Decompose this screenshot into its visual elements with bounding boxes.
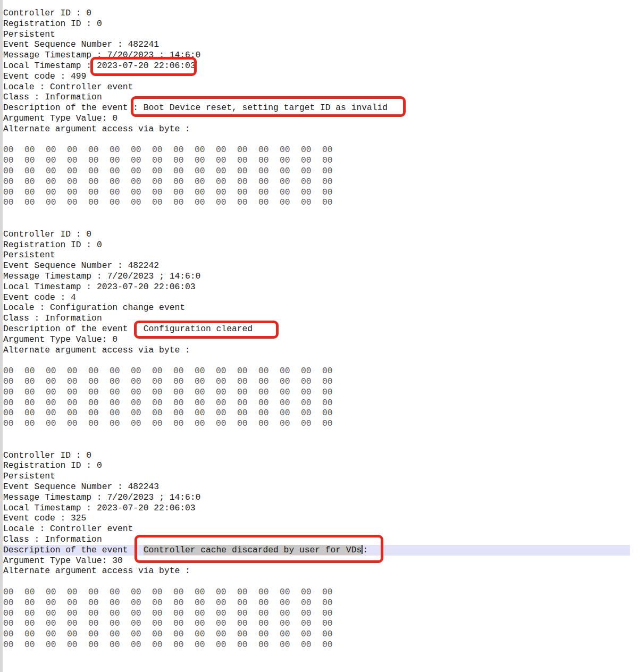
- field-label: Controller ID :: [3, 229, 86, 239]
- hex-byte: 00: [24, 398, 46, 408]
- hex-byte: 00: [173, 145, 195, 155]
- field-value: 4: [71, 292, 76, 303]
- hex-byte: 00: [110, 640, 131, 650]
- hex-byte: 00: [67, 177, 88, 187]
- annotated-field-value: 2023-07-20 22:06:03: [97, 61, 196, 71]
- hex-row: 00000000000000000000000000000000: [3, 145, 630, 155]
- field-label: Event Sequence Number :: [3, 482, 128, 492]
- hex-byte: 00: [173, 187, 195, 198]
- hex-byte: 00: [258, 376, 280, 387]
- hex-byte: 00: [173, 587, 195, 598]
- hex-byte: 00: [131, 618, 152, 629]
- hex-byte: 00: [195, 177, 216, 187]
- event-block: Controller ID : 0Registration ID : 0Pers…: [3, 8, 630, 208]
- field-value: Information: [45, 534, 102, 544]
- hex-byte: 00: [301, 166, 322, 177]
- hex-byte: 00: [3, 387, 24, 398]
- hex-byte: 00: [195, 629, 216, 640]
- field-label: Event Sequence Number :: [3, 261, 128, 271]
- event-block: Controller ID : 0Registration ID : 0Pers…: [3, 229, 630, 429]
- hex-byte: 00: [216, 598, 237, 608]
- hex-byte: 00: [195, 640, 216, 650]
- hex-byte: 00: [173, 598, 195, 608]
- hex-row: 00000000000000000000000000000000: [3, 376, 630, 387]
- hex-byte: 00: [131, 197, 152, 208]
- hex-row: 00000000000000000000000000000000: [3, 187, 630, 198]
- hex-byte: 00: [195, 187, 216, 198]
- hex-byte: 00: [3, 155, 24, 166]
- hex-byte: 00: [322, 166, 343, 177]
- hex-byte: 00: [3, 145, 24, 155]
- hex-byte: 00: [67, 587, 88, 598]
- hex-byte: 00: [237, 177, 258, 187]
- field-label: Description of the event: [3, 545, 144, 555]
- hex-byte: 00: [280, 197, 301, 208]
- hex-byte: 00: [46, 618, 67, 629]
- hex-byte: 00: [46, 398, 67, 408]
- hex-byte: 00: [88, 376, 110, 387]
- hex-byte: 00: [258, 618, 280, 629]
- field-line-alternate-argument: Alternate argument access via byte :: [3, 566, 630, 576]
- field-line-local-timestamp: Local Timestamp : 2023-07-20 22:06:03: [3, 61, 630, 71]
- hex-byte: 00: [173, 408, 195, 418]
- text-editor-surface[interactable]: Controller ID : 0Registration ID : 0Pers…: [0, 0, 638, 672]
- field-value: 0: [112, 113, 117, 123]
- hex-row: 00000000000000000000000000000000: [3, 418, 630, 429]
- field-line-registration-id: Registration ID : 0: [3, 460, 630, 471]
- hex-byte: 00: [280, 177, 301, 187]
- hex-byte: 00: [195, 376, 216, 387]
- hex-byte: 00: [110, 197, 131, 208]
- hex-row: 00000000000000000000000000000000: [3, 587, 630, 598]
- field-label: Message Timestamp :: [3, 271, 107, 281]
- hex-byte: 00: [322, 187, 343, 198]
- hex-byte: 00: [216, 177, 237, 187]
- hex-byte: 00: [3, 640, 24, 650]
- field-label: Message Timestamp :: [3, 492, 107, 502]
- hex-byte: 00: [88, 598, 110, 608]
- hex-row: 00000000000000000000000000000000: [3, 197, 630, 208]
- hex-byte: 00: [301, 408, 322, 418]
- hex-byte: 00: [173, 177, 195, 187]
- hex-dump: 0000000000000000000000000000000000000000…: [3, 587, 630, 650]
- field-line-locale: Locale : Controller event: [3, 82, 630, 93]
- hex-byte: 00: [24, 366, 46, 376]
- hex-byte: 00: [301, 398, 322, 408]
- hex-byte: 00: [322, 587, 343, 598]
- hex-byte: 00: [173, 197, 195, 208]
- hex-byte: 00: [237, 598, 258, 608]
- hex-byte: 00: [216, 398, 237, 408]
- hex-byte: 00: [88, 408, 110, 418]
- hex-byte: 00: [173, 608, 195, 619]
- field-value: 482241: [128, 39, 160, 49]
- field-value: 2023-07-20 22:06:03: [97, 282, 196, 292]
- field-value: Information: [45, 92, 102, 102]
- hex-byte: 00: [3, 418, 24, 429]
- hex-byte: 00: [258, 145, 280, 155]
- hex-byte: 00: [67, 398, 88, 408]
- hex-byte: 00: [195, 587, 216, 598]
- hex-byte: 00: [3, 177, 24, 187]
- hex-byte: 00: [3, 618, 24, 629]
- annotated-field-value: Configuration cleared: [144, 324, 253, 334]
- hex-byte: 00: [216, 418, 237, 429]
- hex-byte: 00: [195, 618, 216, 629]
- field-label: Registration ID :: [3, 240, 97, 250]
- hex-byte: 00: [173, 629, 195, 640]
- hex-byte: 00: [280, 598, 301, 608]
- hex-byte: 00: [110, 587, 131, 598]
- field-value: 30: [112, 556, 123, 566]
- hex-byte: 00: [46, 155, 67, 166]
- hex-byte: 00: [152, 598, 173, 608]
- hex-byte: 00: [67, 197, 88, 208]
- field-line-description: Description of the event : Boot Device r…: [3, 103, 630, 113]
- hex-byte: 00: [301, 629, 322, 640]
- hex-byte: 00: [280, 618, 301, 629]
- hex-byte: 00: [24, 145, 46, 155]
- hex-byte: 00: [216, 408, 237, 418]
- annotated-field-value: Boot Device reset, setting target ID as …: [144, 103, 388, 113]
- hex-byte: 00: [301, 155, 322, 166]
- hex-byte: 00: [24, 608, 46, 619]
- hex-byte: 00: [67, 387, 88, 398]
- hex-byte: 00: [216, 640, 237, 650]
- hex-byte: 00: [216, 187, 237, 198]
